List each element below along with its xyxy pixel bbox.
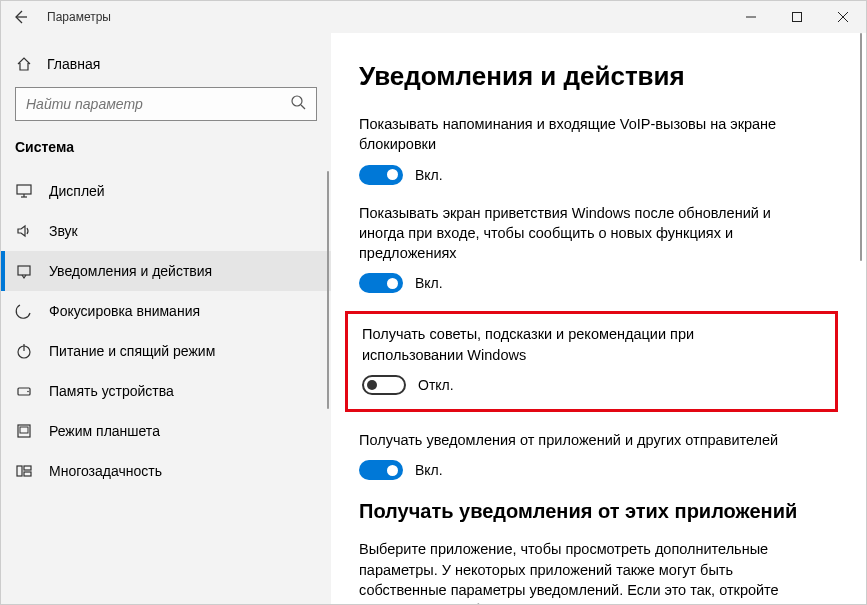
sidebar-scrollbar[interactable] <box>327 171 329 409</box>
setting-label: Показывать экран приветствия Windows пос… <box>359 203 788 264</box>
sub-heading: Получать уведомления от этих приложений <box>359 500 838 523</box>
setting-item: Показывать напоминания и входящие VoIP-в… <box>359 114 838 185</box>
setting-item: Получать уведомления от приложений и дру… <box>359 430 838 480</box>
sidebar-item-notifications[interactable]: Уведомления и действия <box>1 251 331 291</box>
focus-icon <box>15 302 33 320</box>
close-button[interactable] <box>820 1 866 33</box>
svg-point-4 <box>292 96 302 106</box>
notifications-icon <box>15 262 33 280</box>
setting-label: Показывать напоминания и входящие VoIP-в… <box>359 114 788 155</box>
storage-icon <box>15 382 33 400</box>
toggle-state-text: Вкл. <box>415 167 443 183</box>
sidebar-item-label: Звук <box>49 223 78 239</box>
sound-icon <box>15 222 33 240</box>
display-icon <box>15 182 33 200</box>
sidebar-item-tablet[interactable]: Режим планшета <box>1 411 331 451</box>
toggle-switch[interactable] <box>359 165 403 185</box>
toggle-switch[interactable] <box>362 375 406 395</box>
section-description: Выберите приложение, чтобы просмотреть д… <box>359 539 838 604</box>
svg-rect-9 <box>18 266 30 275</box>
search-input[interactable] <box>26 96 290 112</box>
sidebar-item-label: Память устройства <box>49 383 174 399</box>
sidebar-item-power[interactable]: Питание и спящий режим <box>1 331 331 371</box>
svg-rect-6 <box>17 185 31 194</box>
toggle-switch[interactable] <box>359 273 403 293</box>
sidebar-item-label: Уведомления и действия <box>49 263 212 279</box>
sidebar-item-label: Режим планшета <box>49 423 160 439</box>
sidebar-item-label: Питание и спящий режим <box>49 343 215 359</box>
sidebar-item-multitask[interactable]: Многозадачность <box>1 451 331 491</box>
setting-item: Показывать экран приветствия Windows пос… <box>359 203 838 294</box>
content-area: Уведомления и действия Показывать напоми… <box>331 33 866 604</box>
setting-label: Получать уведомления от приложений и дру… <box>359 430 788 450</box>
svg-line-5 <box>301 105 305 109</box>
svg-rect-16 <box>17 466 22 476</box>
section-header: Система <box>1 139 331 171</box>
back-icon[interactable] <box>11 8 29 26</box>
sidebar-item-label: Фокусировка внимания <box>49 303 200 319</box>
sidebar-item-label: Дисплей <box>49 183 105 199</box>
svg-rect-15 <box>20 427 28 433</box>
content-scrollbar[interactable] <box>860 33 862 261</box>
sidebar-item-focus[interactable]: Фокусировка внимания <box>1 291 331 331</box>
setting-item: Получать советы, подсказки и рекомендаци… <box>345 311 838 412</box>
page-title: Уведомления и действия <box>359 61 838 92</box>
multitask-icon <box>15 462 33 480</box>
power-icon <box>15 342 33 360</box>
setting-label: Получать советы, подсказки и рекомендаци… <box>362 324 785 365</box>
home-label: Главная <box>47 56 100 72</box>
tablet-icon <box>15 422 33 440</box>
titlebar: Параметры <box>1 1 866 33</box>
home-link[interactable]: Главная <box>1 47 331 87</box>
svg-point-13 <box>27 391 29 393</box>
sidebar-item-label: Многозадачность <box>49 463 162 479</box>
sidebar: Главная Система ДисплейЗвукУведомления и… <box>1 33 331 604</box>
search-box[interactable] <box>15 87 317 121</box>
toggle-state-text: Вкл. <box>415 462 443 478</box>
nav-list: ДисплейЗвукУведомления и действияФокусир… <box>1 171 331 604</box>
settings-window: Параметры Главная <box>0 0 867 605</box>
svg-rect-17 <box>24 466 31 470</box>
sidebar-item-storage[interactable]: Память устройства <box>1 371 331 411</box>
svg-rect-1 <box>793 13 802 22</box>
toggle-state-text: Вкл. <box>415 275 443 291</box>
sidebar-item-sound[interactable]: Звук <box>1 211 331 251</box>
toggle-switch[interactable] <box>359 460 403 480</box>
window-title: Параметры <box>47 10 111 24</box>
svg-rect-18 <box>24 472 31 476</box>
home-icon <box>15 55 33 73</box>
search-icon <box>290 94 306 114</box>
toggle-state-text: Откл. <box>418 377 454 393</box>
maximize-button[interactable] <box>774 1 820 33</box>
sidebar-item-display[interactable]: Дисплей <box>1 171 331 211</box>
minimize-button[interactable] <box>728 1 774 33</box>
